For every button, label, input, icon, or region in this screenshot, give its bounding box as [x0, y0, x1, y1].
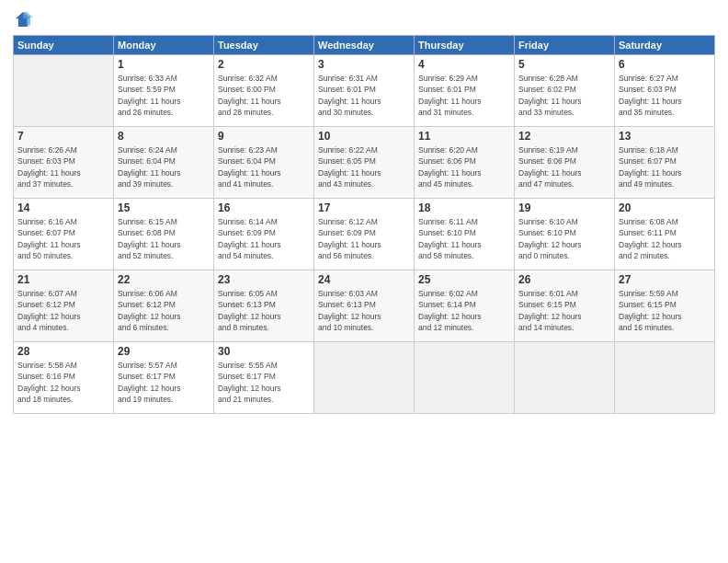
day-info: Sunrise: 6:02 AM Sunset: 6:14 PM Dayligh… [418, 288, 510, 333]
day-number: 28 [17, 345, 109, 358]
weekday-header-sunday: Sunday [14, 36, 114, 55]
day-info: Sunrise: 6:18 AM Sunset: 6:07 PM Dayligh… [619, 144, 711, 190]
day-info: Sunrise: 6:16 AM Sunset: 6:07 PM Dayligh… [17, 216, 109, 261]
day-number: 10 [318, 130, 410, 143]
day-info: Sunrise: 6:29 AM Sunset: 6:01 PM Dayligh… [418, 73, 510, 118]
calendar-cell: 13Sunrise: 6:18 AM Sunset: 6:07 PM Dayli… [615, 127, 715, 199]
calendar-cell [515, 342, 615, 414]
day-info: Sunrise: 6:31 AM Sunset: 6:01 PM Dayligh… [318, 73, 410, 118]
weekday-header-tuesday: Tuesday [214, 36, 314, 55]
day-info: Sunrise: 5:59 AM Sunset: 6:15 PM Dayligh… [619, 288, 711, 333]
calendar-cell: 30Sunrise: 5:55 AM Sunset: 6:17 PM Dayli… [214, 342, 314, 414]
day-info: Sunrise: 6:26 AM Sunset: 6:03 PM Dayligh… [17, 144, 109, 190]
calendar-cell: 4Sunrise: 6:29 AM Sunset: 6:01 PM Daylig… [415, 55, 515, 127]
day-number: 14 [17, 201, 109, 214]
calendar-cell: 8Sunrise: 6:24 AM Sunset: 6:04 PM Daylig… [114, 127, 214, 199]
day-number: 19 [518, 201, 610, 214]
day-number: 24 [318, 273, 410, 286]
calendar-week-5: 28Sunrise: 5:58 AM Sunset: 6:16 PM Dayli… [14, 342, 715, 414]
calendar-cell: 19Sunrise: 6:10 AM Sunset: 6:10 PM Dayli… [515, 199, 615, 270]
day-info: Sunrise: 6:14 AM Sunset: 6:09 PM Dayligh… [218, 216, 310, 261]
day-info: Sunrise: 6:08 AM Sunset: 6:11 PM Dayligh… [619, 216, 711, 261]
weekday-header-row: SundayMondayTuesdayWednesdayThursdayFrid… [14, 36, 715, 55]
day-number: 30 [218, 345, 310, 358]
day-info: Sunrise: 6:24 AM Sunset: 6:04 PM Dayligh… [118, 144, 210, 190]
calendar-cell: 27Sunrise: 5:59 AM Sunset: 6:15 PM Dayli… [615, 270, 715, 342]
day-info: Sunrise: 6:03 AM Sunset: 6:13 PM Dayligh… [318, 288, 410, 333]
day-number: 2 [218, 58, 310, 71]
day-info: Sunrise: 6:01 AM Sunset: 6:15 PM Dayligh… [518, 288, 610, 333]
day-info: Sunrise: 6:32 AM Sunset: 6:00 PM Dayligh… [218, 73, 310, 118]
day-info: Sunrise: 6:10 AM Sunset: 6:10 PM Dayligh… [518, 216, 610, 261]
calendar-cell: 2Sunrise: 6:32 AM Sunset: 6:00 PM Daylig… [214, 55, 314, 127]
weekday-header-wednesday: Wednesday [314, 36, 415, 55]
day-number: 16 [218, 201, 310, 214]
calendar-cell: 21Sunrise: 6:07 AM Sunset: 6:12 PM Dayli… [14, 270, 114, 342]
calendar-cell: 6Sunrise: 6:27 AM Sunset: 6:03 PM Daylig… [615, 55, 715, 127]
day-info: Sunrise: 6:06 AM Sunset: 6:12 PM Dayligh… [118, 288, 210, 333]
day-number: 11 [418, 130, 510, 143]
calendar-cell: 23Sunrise: 6:05 AM Sunset: 6:13 PM Dayli… [214, 270, 314, 342]
calendar-cell [415, 342, 515, 414]
weekday-header-monday: Monday [114, 36, 214, 55]
header [13, 9, 715, 29]
calendar-cell: 15Sunrise: 6:15 AM Sunset: 6:08 PM Dayli… [114, 199, 214, 270]
day-info: Sunrise: 5:55 AM Sunset: 6:17 PM Dayligh… [218, 360, 310, 405]
day-number: 12 [518, 130, 610, 143]
weekday-header-friday: Friday [515, 36, 615, 55]
day-number: 26 [518, 273, 610, 286]
day-number: 6 [619, 58, 711, 71]
day-info: Sunrise: 6:12 AM Sunset: 6:09 PM Dayligh… [318, 216, 410, 261]
calendar-cell: 10Sunrise: 6:22 AM Sunset: 6:05 PM Dayli… [314, 127, 415, 199]
calendar-cell: 24Sunrise: 6:03 AM Sunset: 6:13 PM Dayli… [314, 270, 415, 342]
calendar-cell [314, 342, 415, 414]
day-info: Sunrise: 6:05 AM Sunset: 6:13 PM Dayligh… [218, 288, 310, 333]
day-number: 4 [418, 58, 510, 71]
calendar-cell: 29Sunrise: 5:57 AM Sunset: 6:17 PM Dayli… [114, 342, 214, 414]
calendar-cell: 7Sunrise: 6:26 AM Sunset: 6:03 PM Daylig… [14, 127, 114, 199]
day-number: 3 [318, 58, 410, 71]
page: SundayMondayTuesdayWednesdayThursdayFrid… [0, 0, 728, 563]
calendar-cell: 14Sunrise: 6:16 AM Sunset: 6:07 PM Dayli… [14, 199, 114, 270]
calendar-cell: 3Sunrise: 6:31 AM Sunset: 6:01 PM Daylig… [314, 55, 415, 127]
calendar-week-3: 14Sunrise: 6:16 AM Sunset: 6:07 PM Dayli… [14, 199, 715, 270]
day-info: Sunrise: 6:22 AM Sunset: 6:05 PM Dayligh… [318, 144, 410, 190]
calendar-cell: 17Sunrise: 6:12 AM Sunset: 6:09 PM Dayli… [314, 199, 415, 270]
calendar-cell [615, 342, 715, 414]
day-number: 21 [17, 273, 109, 286]
day-number: 22 [118, 273, 210, 286]
calendar-week-4: 21Sunrise: 6:07 AM Sunset: 6:12 PM Dayli… [14, 270, 715, 342]
weekday-header-thursday: Thursday [415, 36, 515, 55]
day-number: 27 [619, 273, 711, 286]
calendar-cell: 20Sunrise: 6:08 AM Sunset: 6:11 PM Dayli… [615, 199, 715, 270]
day-info: Sunrise: 6:33 AM Sunset: 5:59 PM Dayligh… [118, 73, 210, 118]
day-info: Sunrise: 6:23 AM Sunset: 6:04 PM Dayligh… [218, 144, 310, 190]
day-number: 9 [218, 130, 310, 143]
day-number: 15 [118, 201, 210, 214]
calendar-cell [14, 55, 114, 127]
calendar-cell: 1Sunrise: 6:33 AM Sunset: 5:59 PM Daylig… [114, 55, 214, 127]
calendar-cell: 18Sunrise: 6:11 AM Sunset: 6:10 PM Dayli… [415, 199, 515, 270]
calendar-week-2: 7Sunrise: 6:26 AM Sunset: 6:03 PM Daylig… [14, 127, 715, 199]
day-number: 1 [118, 58, 210, 71]
calendar-cell: 28Sunrise: 5:58 AM Sunset: 6:16 PM Dayli… [14, 342, 114, 414]
calendar-cell: 11Sunrise: 6:20 AM Sunset: 6:06 PM Dayli… [415, 127, 515, 199]
calendar-cell: 16Sunrise: 6:14 AM Sunset: 6:09 PM Dayli… [214, 199, 314, 270]
calendar-cell: 25Sunrise: 6:02 AM Sunset: 6:14 PM Dayli… [415, 270, 515, 342]
calendar-cell: 26Sunrise: 6:01 AM Sunset: 6:15 PM Dayli… [515, 270, 615, 342]
day-number: 7 [17, 130, 109, 143]
day-number: 17 [318, 201, 410, 214]
day-number: 18 [418, 201, 510, 214]
day-info: Sunrise: 5:58 AM Sunset: 6:16 PM Dayligh… [17, 360, 109, 405]
calendar-table: SundayMondayTuesdayWednesdayThursdayFrid… [13, 35, 715, 414]
calendar-week-1: 1Sunrise: 6:33 AM Sunset: 5:59 PM Daylig… [14, 55, 715, 127]
day-info: Sunrise: 6:27 AM Sunset: 6:03 PM Dayligh… [619, 73, 711, 118]
day-number: 5 [518, 58, 610, 71]
day-info: Sunrise: 6:11 AM Sunset: 6:10 PM Dayligh… [418, 216, 510, 261]
day-info: Sunrise: 6:07 AM Sunset: 6:12 PM Dayligh… [17, 288, 109, 333]
calendar-cell: 22Sunrise: 6:06 AM Sunset: 6:12 PM Dayli… [114, 270, 214, 342]
day-info: Sunrise: 5:57 AM Sunset: 6:17 PM Dayligh… [118, 360, 210, 405]
day-number: 23 [218, 273, 310, 286]
calendar-cell: 12Sunrise: 6:19 AM Sunset: 6:06 PM Dayli… [515, 127, 615, 199]
day-number: 8 [118, 130, 210, 143]
